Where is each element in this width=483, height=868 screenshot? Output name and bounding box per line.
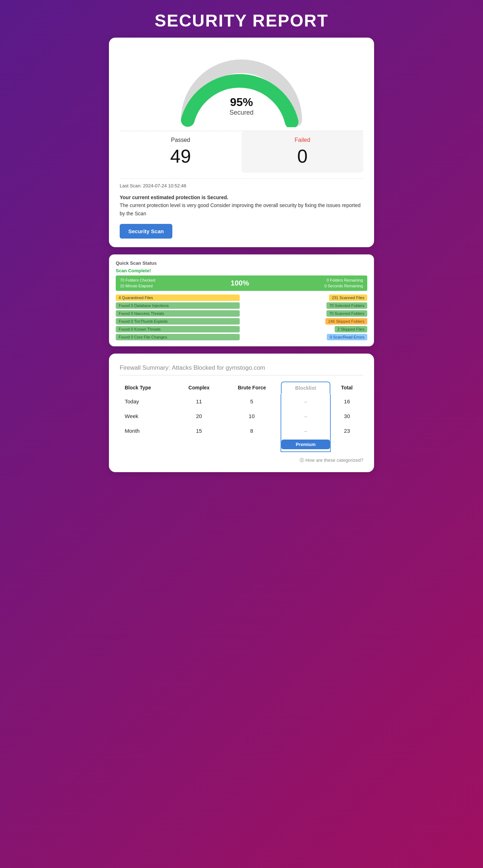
- failed-box: Failed 0: [242, 131, 363, 173]
- col-total: Total: [330, 381, 363, 394]
- folders-remaining-label: 0 Folders Remaining: [324, 278, 363, 283]
- protection-line2: The current protection level is very goo…: [120, 202, 360, 216]
- failed-value: 0: [245, 145, 360, 167]
- firewall-table: Block Type Complex Brute Force Blocklist…: [120, 381, 363, 452]
- last-scan: Last Scan: 2024-07-24 10:52:48: [120, 178, 363, 188]
- scan-badge-right: 231 Scanned Files: [329, 294, 367, 301]
- time-elapsed-label: 10 Minute Elapsed: [120, 283, 155, 289]
- security-scan-button[interactable]: Security Scan: [120, 224, 172, 239]
- folders-checked-label: 70 Folders Checked: [120, 278, 155, 283]
- firewall-subtitle: Attacks Blocked for gymstogo.com: [172, 364, 265, 371]
- premium-button[interactable]: Premium: [281, 440, 330, 449]
- scan-badge-right: 70 Scanned Folders: [326, 310, 367, 317]
- row-complex: 11: [175, 394, 223, 409]
- firewall-header-row: Block Type Complex Brute Force Blocklist…: [120, 381, 363, 394]
- passed-box: Passed 49: [120, 131, 242, 173]
- scan-badge-left: Found 0 Known Threats: [116, 326, 240, 332]
- scan-badge-left: Found 0 Core File Changes: [116, 334, 240, 340]
- passed-label: Passed: [123, 137, 238, 143]
- col-block-type: Block Type: [120, 381, 175, 394]
- row-brute-force: 10: [223, 409, 281, 423]
- protection-line1: Your current estimated protection is Sec…: [120, 195, 228, 200]
- scan-badge-left: Found 0 Database Injections: [116, 302, 240, 309]
- scan-badge-right: 0 Scan/Read Errors: [327, 334, 367, 340]
- scan-complete-label: Scan Complete!: [116, 268, 367, 273]
- progress-right: 0 Folders Remaining 0 Seconds Remaining: [324, 278, 363, 289]
- scan-badge-right: 246 Skipped Folders: [325, 318, 367, 325]
- row-total: 23: [330, 423, 363, 438]
- firewall-title: Firewall Summary: Attacks Blocked for gy…: [120, 364, 363, 375]
- row-brute-force: 5: [223, 394, 281, 409]
- col-blocklist-header: Blocklist: [281, 381, 330, 394]
- firewall-footer-row: Premium: [120, 438, 363, 452]
- row-brute-force: 8: [223, 423, 281, 438]
- quick-scan-title: Quick Scan Status: [116, 260, 367, 266]
- firewall-row: Month 15 8 – 23: [120, 423, 363, 438]
- seconds-remaining-label: 0 Seconds Remaining: [324, 283, 363, 289]
- row-complex: 15: [175, 423, 223, 438]
- row-type: Week: [120, 409, 175, 423]
- gauge-svg: [173, 48, 310, 127]
- main-container: 95% Secured Passed 49 Failed 0 Last Scan…: [102, 38, 381, 486]
- scan-results-grid: 4 Quarantined FilesFound 0 Database Inje…: [116, 294, 367, 340]
- row-total: 16: [330, 394, 363, 409]
- row-type: Today: [120, 394, 175, 409]
- row-complex: 20: [175, 409, 223, 423]
- quick-scan-card: Quick Scan Status Scan Complete! 70 Fold…: [109, 254, 374, 346]
- failed-label: Failed: [245, 137, 360, 143]
- scan-results-left: 4 Quarantined FilesFound 0 Database Inje…: [116, 294, 240, 340]
- row-blocklist: –: [281, 423, 330, 438]
- last-scan-label: Last Scan:: [120, 183, 142, 188]
- stats-row: Passed 49 Failed 0: [120, 131, 363, 173]
- scan-badge-left: Found 0 TimThumb Exploits: [116, 318, 240, 325]
- progress-left: 70 Folders Checked 10 Minute Elapsed: [120, 278, 155, 289]
- firewall-title-main: Firewall Summary:: [120, 364, 170, 371]
- row-blocklist: –: [281, 409, 330, 423]
- gauge-container: 95% Secured: [120, 48, 363, 127]
- scan-badge-right: 2 Skipped Files: [335, 326, 367, 332]
- page-title: SECURITY REPORT: [0, 0, 483, 38]
- last-scan-value: 2024-07-24 10:52:48: [143, 183, 186, 188]
- firewall-row: Week 20 10 – 30: [120, 409, 363, 423]
- scan-badge-right: 70 Selected Folders: [326, 302, 367, 309]
- scan-badge-left: 4 Quarantined Files: [116, 294, 240, 301]
- scan-results-right: 231 Scanned Files70 Selected Folders70 S…: [243, 294, 367, 340]
- how-categorized-link[interactable]: ⓪ How are these categorized?: [120, 457, 363, 464]
- security-score-card: 95% Secured Passed 49 Failed 0 Last Scan…: [109, 38, 374, 247]
- col-complex: Complex: [175, 381, 223, 394]
- progress-bar: 70 Folders Checked 10 Minute Elapsed 100…: [116, 275, 367, 291]
- progress-percent: 100%: [231, 279, 249, 287]
- passed-value: 49: [123, 145, 238, 167]
- col-brute-force: Brute Force: [223, 381, 281, 394]
- scan-badge-left: Found 0 htaccess Threats: [116, 310, 240, 317]
- row-total: 30: [330, 409, 363, 423]
- row-type: Month: [120, 423, 175, 438]
- protection-text: Your current estimated protection is Sec…: [120, 193, 363, 217]
- row-blocklist: –: [281, 394, 330, 409]
- firewall-summary-card: Firewall Summary: Attacks Blocked for gy…: [109, 354, 374, 472]
- firewall-row: Today 11 5 – 16: [120, 394, 363, 409]
